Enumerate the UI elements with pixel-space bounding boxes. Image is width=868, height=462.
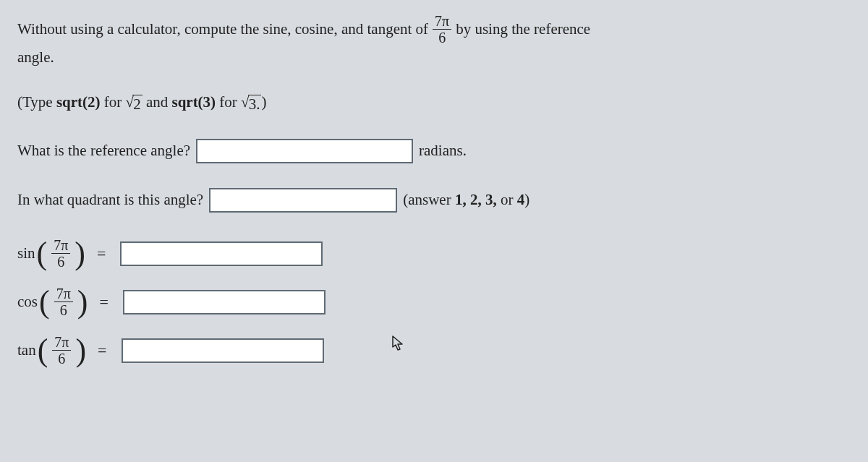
- cos-line: cos ( 7π 6 ) =: [17, 286, 851, 318]
- open-paren: (: [38, 336, 48, 365]
- intro-line2: angle.: [17, 46, 851, 70]
- tan-label: tan: [17, 338, 36, 363]
- open-paren: (: [39, 288, 50, 317]
- equals-sign: =: [99, 289, 108, 315]
- sin-input[interactable]: [120, 241, 323, 266]
- sin-label: sin: [17, 241, 35, 266]
- sqrt2-symbol: √2: [126, 95, 142, 114]
- quadrant-question: In what quadrant is this angle? (answer …: [17, 188, 851, 213]
- sqrt2-label: sqrt(2): [56, 93, 101, 111]
- reference-angle-input[interactable]: [196, 139, 413, 163]
- reference-angle-question: What is the reference angle? radians.: [17, 139, 851, 163]
- problem-page: Without using a calculator, compute the …: [0, 0, 868, 367]
- quadrant-label: In what quadrant is this angle?: [17, 188, 203, 213]
- close-paren: ): [75, 336, 86, 365]
- sin-arg-fraction: 7π 6: [51, 237, 70, 270]
- ref-angle-label: What is the reference angle?: [17, 139, 190, 163]
- equals-sign: =: [98, 338, 106, 363]
- angle-den: 6: [436, 30, 448, 46]
- input-format-hint: (Type sqrt(2) for √2 and sqrt(3) for √3.…: [17, 90, 851, 115]
- quadrant-hint: (answer 1, 2, 3, or 4): [403, 188, 529, 213]
- ref-angle-unit: radians.: [419, 139, 467, 163]
- open-paren: (: [37, 239, 48, 268]
- angle-num: 7π: [433, 13, 451, 30]
- cos-input[interactable]: [123, 290, 326, 315]
- tan-input[interactable]: [122, 338, 324, 363]
- problem-intro: Without using a calculator, compute the …: [17, 13, 851, 70]
- quadrant-input[interactable]: [209, 188, 397, 213]
- cos-label: cos: [17, 290, 38, 315]
- equals-sign: =: [97, 241, 106, 266]
- angle-fraction: 7π 6: [433, 13, 451, 46]
- intro-text-before: Without using a calculator, compute the …: [17, 17, 428, 42]
- sin-line: sin ( 7π 6 ) =: [17, 237, 851, 270]
- tan-arg-fraction: 7π 6: [52, 334, 71, 367]
- close-paren: ): [75, 239, 85, 268]
- tan-line: tan ( 7π 6 ) =: [17, 334, 851, 367]
- close-paren: ): [77, 288, 88, 317]
- sqrt3-label: sqrt(3): [171, 93, 216, 111]
- intro-text-after: by using the reference: [456, 17, 590, 42]
- sqrt3-symbol: √3.: [241, 95, 261, 114]
- cos-arg-fraction: 7π 6: [54, 286, 73, 318]
